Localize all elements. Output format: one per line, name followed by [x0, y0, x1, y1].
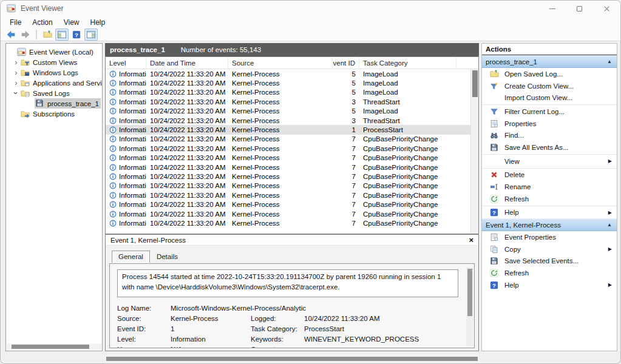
action-copy[interactable]: Copy ▶ — [482, 243, 617, 255]
actions-section-event[interactable]: Event 1, Kernel-Process ▲ — [482, 218, 617, 231]
action-save-all-events-as[interactable]: Save All Events As... ▶ — [482, 141, 617, 153]
minimize-button[interactable] — [538, 1, 566, 16]
window-title: Event Viewer — [21, 4, 63, 13]
submenu-arrow-icon: ▶ — [608, 246, 612, 252]
event-viewer-node-icon — [17, 47, 27, 56]
open-saved-log-icon — [489, 69, 499, 79]
detail-vertical-scrollbar[interactable] — [466, 268, 473, 346]
collapse-arrow-icon[interactable]: ▲ — [607, 222, 612, 228]
tree-item-apps-services-logs[interactable]: Applications and Services Log — [6, 78, 102, 88]
information-level-icon — [109, 201, 117, 208]
action-delete[interactable]: Delete ▶ — [482, 169, 617, 181]
back-icon[interactable] — [4, 29, 18, 41]
tree-item-saved-logs[interactable]: Saved Logs — [6, 88, 102, 98]
show-console-tree-icon[interactable] — [55, 29, 69, 41]
event-row[interactable]: Information 10/24/2022 11:33:20 AM Kerne… — [106, 200, 470, 209]
column-source[interactable]: Source — [228, 57, 333, 69]
properties-icon — [489, 119, 499, 129]
event-row[interactable]: Information 10/24/2022 11:33:20 AM Kerne… — [106, 116, 470, 125]
create-custom-view-icon — [489, 81, 499, 91]
tree-hscroll-thumb[interactable] — [12, 345, 89, 349]
event-row[interactable]: Information 10/24/2022 11:33:20 AM Kerne… — [106, 153, 470, 163]
action-view[interactable]: View ▶ — [482, 155, 617, 167]
event-row[interactable]: Information 10/24/2022 11:33:20 AM Kerne… — [106, 97, 470, 106]
event-row[interactable]: Information 10/24/2022 11:33:20 AM Kerne… — [106, 88, 470, 97]
event-row[interactable]: Information 10/24/2022 11:33:20 AM Kerne… — [106, 218, 470, 228]
action-event-properties[interactable]: Event Properties ▶ — [482, 231, 617, 243]
information-level-icon — [109, 182, 117, 189]
tree-horizontal-scrollbar[interactable] — [7, 343, 101, 350]
show-action-pane-icon[interactable] — [84, 29, 98, 41]
actions-section-log[interactable]: process_trace_1 ▲ — [482, 55, 617, 68]
column-task-category[interactable]: Task Category — [359, 57, 456, 69]
help-icon[interactable]: ? — [70, 29, 83, 41]
action-create-custom-view[interactable]: Create Custom View... ▶ — [482, 80, 617, 92]
column-level[interactable]: Level — [106, 57, 146, 69]
tree-chevron-icon[interactable] — [12, 79, 20, 87]
event-row[interactable]: Information 10/24/2022 11:33:20 AM Kerne… — [106, 107, 470, 116]
tree-item-windows-logs[interactable]: Windows Logs — [6, 67, 102, 78]
detail-close-button[interactable]: × — [469, 236, 473, 244]
actions-title: Actions — [482, 44, 617, 55]
toolbar: ? — [1, 28, 620, 41]
delete-icon — [489, 170, 499, 180]
event-row[interactable]: Information 10/24/2022 11:33:20 AM Kerne… — [106, 163, 470, 172]
action-import-custom-view[interactable]: Import Custom View... ▶ — [482, 92, 617, 104]
save-icon — [489, 256, 499, 266]
action-rename[interactable]: Rename ▶ — [482, 181, 617, 193]
maximize-button[interactable] — [566, 1, 593, 16]
action-filter-current-log[interactable]: Filter Current Log... ▶ — [482, 106, 617, 118]
tree-item-event-viewer-local[interactable]: Event Viewer (Local) — [6, 47, 102, 57]
close-button[interactable] — [593, 1, 620, 16]
tree-item-custom-views[interactable]: Custom Views — [6, 57, 102, 67]
event-row[interactable]: Information 10/24/2022 11:33:20 AM Kerne… — [106, 78, 470, 87]
open-saved-log-icon[interactable] — [41, 29, 54, 41]
event-description[interactable]: Process 14544 started at time 2022-10-24… — [117, 269, 458, 297]
actions-section-log-items: Open Saved Log... ▶ Create Custom View..… — [482, 68, 617, 218]
information-level-icon — [109, 98, 117, 106]
action-properties[interactable]: Properties ▶ — [482, 118, 617, 130]
forward-icon[interactable] — [19, 29, 32, 41]
information-level-icon — [109, 164, 117, 171]
menu-action[interactable]: Action — [27, 18, 58, 27]
event-field-row: Log Name: Microsoft-Windows-Kernel-Proce… — [117, 303, 458, 313]
menu-view[interactable]: View — [58, 18, 85, 27]
event-row[interactable]: Information 10/24/2022 11:33:20 AM Kerne… — [106, 172, 470, 181]
action-refresh-event[interactable]: Refresh ▶ — [482, 267, 617, 279]
event-row[interactable]: Information 10/24/2022 11:33:20 AM Kerne… — [106, 209, 470, 218]
tab-details[interactable]: Details — [150, 251, 185, 263]
events-vertical-scrollbar[interactable] — [470, 69, 478, 234]
action-help-event[interactable]: ? Help ▶ — [482, 279, 617, 291]
toolbar-separator[interactable] — [36, 30, 37, 39]
event-row[interactable]: Information 10/24/2022 11:33:20 AM Kerne… — [106, 181, 470, 190]
action-open-saved-log[interactable]: Open Saved Log... ▶ — [482, 68, 617, 80]
column-event-id[interactable]: Event ID — [333, 57, 359, 69]
tree-chevron-icon[interactable] — [12, 69, 20, 76]
detail-header: Event 1, Kernel-Process × — [106, 235, 478, 246]
menu-help[interactable]: Help — [85, 18, 111, 27]
event-row[interactable]: Information 10/24/2022 11:33:20 AM Kerne… — [106, 135, 470, 144]
tree-chevron-icon[interactable] — [12, 89, 20, 97]
main-horizontal-scrollbar[interactable] — [105, 356, 479, 362]
saved-logs-icon — [21, 89, 30, 98]
event-row[interactable]: Information 10/24/2022 11:33:20 AM Kerne… — [106, 190, 470, 200]
detail-vscroll-thumb[interactable] — [467, 269, 472, 316]
event-row[interactable]: Information 10/24/2022 11:33:20 AM Kerne… — [106, 69, 470, 78]
tree-chevron-icon[interactable] — [12, 58, 20, 66]
close-icon — [603, 5, 610, 12]
event-row[interactable]: Information 10/24/2022 11:33:20 AM Kerne… — [106, 125, 470, 134]
events-vscroll-thumb[interactable] — [472, 70, 478, 97]
tab-general[interactable]: General — [112, 251, 150, 263]
window-controls — [538, 1, 620, 16]
column-date-and-time[interactable]: Date and Time — [146, 57, 228, 69]
action-help[interactable]: ? Help ▶ — [482, 207, 617, 219]
collapse-arrow-icon[interactable]: ▲ — [607, 59, 612, 64]
action-find[interactable]: Find... ▶ — [482, 129, 617, 141]
tree-item-process-trace-1[interactable]: process_trace_1 — [6, 98, 102, 109]
main-hscroll-thumb[interactable] — [106, 357, 478, 361]
tree-item-subscriptions[interactable]: Subscriptions — [6, 109, 102, 119]
action-refresh[interactable]: Refresh ▶ — [482, 193, 617, 205]
action-save-selected-events[interactable]: Save Selected Events... ▶ — [482, 255, 617, 268]
event-row[interactable]: Information 10/24/2022 11:33:20 AM Kerne… — [106, 144, 470, 153]
menu-file[interactable]: File — [4, 18, 27, 27]
